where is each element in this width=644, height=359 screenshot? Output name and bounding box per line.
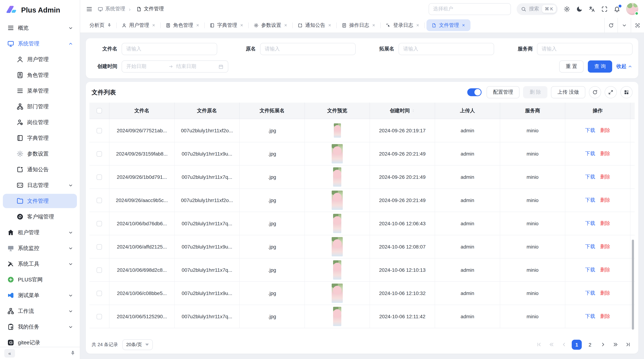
sidebar-item[interactable]: 系统监控 bbox=[3, 241, 77, 255]
tenant-select[interactable]: 选择租户 bbox=[428, 3, 511, 15]
tab[interactable]: 字典管理 bbox=[205, 18, 249, 33]
delete-link[interactable]: 删除 bbox=[600, 244, 610, 250]
expand-table-button[interactable] bbox=[605, 86, 617, 98]
column-settings-button[interactable] bbox=[620, 86, 632, 98]
delete-link[interactable]: 删除 bbox=[600, 267, 610, 273]
sidebar-item[interactable]: 系统工具 bbox=[3, 257, 77, 271]
tab[interactable]: 分析页 bbox=[84, 18, 117, 33]
tab[interactable]: 用户管理 bbox=[117, 18, 161, 33]
dark-mode-icon[interactable] bbox=[576, 5, 583, 12]
sidebar-item[interactable]: 租户管理 bbox=[3, 225, 77, 240]
row-checkbox[interactable] bbox=[96, 128, 102, 133]
sidebar-item[interactable]: gitee记录 bbox=[3, 336, 77, 347]
close-icon[interactable] bbox=[240, 23, 244, 27]
text-input[interactable]: 请输入 bbox=[122, 43, 217, 55]
breadcrumb-item[interactable]: 系统管理 bbox=[98, 6, 125, 12]
row-checkbox[interactable] bbox=[96, 291, 102, 296]
file-preview-thumbnail[interactable] bbox=[334, 123, 341, 138]
delete-link[interactable]: 删除 bbox=[600, 290, 610, 297]
file-preview-thumbnail[interactable] bbox=[333, 167, 341, 187]
sidebar-item[interactable]: 测试菜单 bbox=[3, 288, 77, 303]
row-checkbox[interactable] bbox=[96, 244, 102, 249]
upload-button[interactable]: 上传 没做 bbox=[551, 86, 585, 98]
page-number-1[interactable]: 1 bbox=[572, 340, 582, 350]
sidebar-item[interactable]: 菜单管理 bbox=[3, 84, 77, 98]
file-preview-thumbnail[interactable] bbox=[332, 144, 343, 163]
text-input[interactable]: 请输入 bbox=[398, 43, 494, 55]
refresh-table-button[interactable] bbox=[589, 86, 601, 98]
tab[interactable]: 参数设置 bbox=[249, 18, 293, 33]
delete-link[interactable]: 删除 bbox=[600, 220, 610, 227]
download-link[interactable]: 下载 bbox=[585, 313, 595, 320]
tab[interactable]: 操作日志 bbox=[337, 18, 381, 33]
table-scrollbar[interactable] bbox=[632, 240, 634, 330]
first-page-button[interactable] bbox=[534, 340, 544, 349]
sort-icon[interactable] bbox=[411, 108, 415, 113]
fullscreen-icon[interactable] bbox=[601, 5, 608, 12]
file-preview-thumbnail[interactable] bbox=[332, 237, 343, 256]
config-button[interactable]: 配置管理 bbox=[486, 86, 520, 98]
download-link[interactable]: 下载 bbox=[585, 174, 595, 180]
tab[interactable]: 角色管理 bbox=[161, 18, 205, 33]
pin-sidebar-icon[interactable] bbox=[70, 351, 76, 356]
maximize-content-button[interactable] bbox=[631, 18, 644, 32]
sidebar-item[interactable]: 文件管理 bbox=[3, 194, 77, 208]
download-link[interactable]: 下载 bbox=[585, 290, 595, 297]
download-link[interactable]: 下载 bbox=[585, 220, 595, 227]
sidebar-item[interactable]: 部门管理 bbox=[3, 99, 77, 114]
file-preview-thumbnail[interactable] bbox=[332, 284, 343, 303]
sidebar-item[interactable]: 角色管理 bbox=[3, 68, 77, 82]
column-header-sortable[interactable]: 创建时间 bbox=[370, 103, 435, 119]
toggle-switch[interactable] bbox=[467, 88, 482, 96]
reset-button[interactable]: 重 置 bbox=[559, 60, 584, 73]
notifications-button[interactable] bbox=[614, 5, 620, 12]
text-input[interactable]: 请输入 bbox=[260, 43, 356, 55]
close-icon[interactable] bbox=[196, 23, 200, 27]
jump-forward-button[interactable] bbox=[611, 340, 620, 349]
delete-link[interactable]: 删除 bbox=[600, 151, 610, 157]
sidebar-item[interactable]: 通知公告 bbox=[3, 162, 77, 177]
download-link[interactable]: 下载 bbox=[585, 244, 595, 250]
row-checkbox[interactable] bbox=[96, 198, 102, 203]
close-icon[interactable] bbox=[416, 23, 420, 27]
global-search[interactable]: 搜索 ⌘ K bbox=[516, 3, 558, 15]
jump-back-button[interactable] bbox=[547, 340, 556, 349]
sidebar-item[interactable]: 日志管理 bbox=[3, 178, 77, 192]
sidebar-collapse-button[interactable]: « bbox=[4, 349, 15, 358]
sidebar-item[interactable]: 工作流 bbox=[3, 304, 77, 318]
file-preview-thumbnail[interactable] bbox=[333, 260, 341, 280]
row-checkbox[interactable] bbox=[96, 221, 102, 226]
delete-link[interactable]: 删除 bbox=[600, 197, 610, 203]
sidebar-item[interactable]: 系统管理 bbox=[3, 36, 77, 51]
refresh-tab-button[interactable] bbox=[604, 18, 618, 32]
file-preview-thumbnail[interactable] bbox=[333, 307, 341, 326]
search-button[interactable]: 查 询 bbox=[588, 60, 612, 73]
delete-button[interactable]: 删 除 bbox=[523, 86, 548, 98]
close-icon[interactable] bbox=[152, 23, 156, 27]
row-checkbox[interactable] bbox=[96, 174, 102, 180]
sidebar-item[interactable]: 概览 bbox=[3, 21, 77, 35]
file-preview-thumbnail[interactable] bbox=[332, 191, 343, 210]
breadcrumb-item[interactable]: 文件管理 bbox=[125, 6, 164, 12]
close-icon[interactable] bbox=[462, 23, 466, 27]
row-checkbox[interactable] bbox=[96, 314, 102, 319]
download-link[interactable]: 下载 bbox=[585, 267, 595, 273]
sidebar-item[interactable]: 用户管理 bbox=[3, 52, 77, 66]
collapse-filter-link[interactable]: 收起 bbox=[616, 63, 632, 70]
close-icon[interactable] bbox=[372, 23, 376, 27]
page-size-select[interactable]: 20条/页 bbox=[122, 339, 152, 350]
last-page-button[interactable] bbox=[623, 340, 632, 349]
sidebar-item[interactable]: 字典管理 bbox=[3, 131, 77, 145]
download-link[interactable]: 下载 bbox=[585, 127, 595, 134]
row-checkbox[interactable] bbox=[96, 151, 102, 156]
page-number-2[interactable]: 2 bbox=[585, 340, 595, 350]
sidebar-item[interactable]: PLUS官网 bbox=[3, 273, 77, 287]
date-range-input[interactable]: 开始日期 结束日期 bbox=[122, 60, 228, 73]
sidebar-item[interactable]: 客户端管理 bbox=[3, 210, 77, 224]
sidebar-item[interactable]: 我的任务 bbox=[3, 320, 77, 334]
delete-link[interactable]: 删除 bbox=[600, 127, 610, 134]
prev-page-button[interactable] bbox=[559, 340, 568, 349]
text-input[interactable]: 请输入 bbox=[537, 43, 632, 55]
avatar[interactable] bbox=[626, 3, 638, 15]
next-page-button[interactable] bbox=[598, 340, 608, 349]
